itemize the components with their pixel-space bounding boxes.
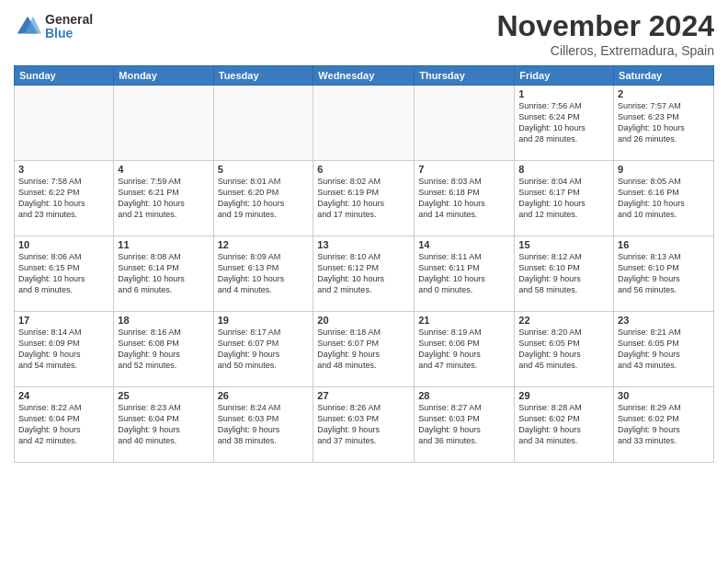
calendar-cell: 27Sunrise: 8:26 AM Sunset: 6:03 PM Dayli… — [313, 387, 415, 463]
month-title: November 2024 — [496, 9, 714, 43]
calendar-cell: 24Sunrise: 8:22 AM Sunset: 6:04 PM Dayli… — [15, 387, 114, 463]
day-info: Sunrise: 8:03 AM Sunset: 6:18 PM Dayligh… — [418, 176, 510, 221]
page: General Blue November 2024 Cilleros, Ext… — [0, 0, 728, 563]
day-info: Sunrise: 8:02 AM Sunset: 6:19 PM Dayligh… — [317, 176, 410, 221]
day-number: 24 — [18, 390, 109, 401]
day-number: 30 — [618, 390, 710, 401]
day-info: Sunrise: 8:14 AM Sunset: 6:09 PM Dayligh… — [18, 327, 109, 372]
header-wednesday: Wednesday — [313, 66, 415, 86]
day-info: Sunrise: 8:20 AM Sunset: 6:05 PM Dayligh… — [518, 327, 609, 372]
calendar-cell — [114, 86, 213, 161]
day-info: Sunrise: 8:09 AM Sunset: 6:13 PM Dayligh… — [218, 251, 310, 296]
day-info: Sunrise: 8:28 AM Sunset: 6:02 PM Dayligh… — [518, 402, 609, 447]
day-number: 23 — [618, 315, 710, 326]
day-number: 6 — [317, 164, 410, 175]
logo-icon — [14, 13, 41, 40]
calendar-cell: 22Sunrise: 8:20 AM Sunset: 6:05 PM Dayli… — [515, 312, 614, 387]
day-number: 27 — [317, 390, 410, 401]
day-info: Sunrise: 8:22 AM Sunset: 6:04 PM Dayligh… — [18, 402, 109, 447]
calendar-cell — [415, 86, 515, 161]
day-info: Sunrise: 8:27 AM Sunset: 6:03 PM Dayligh… — [418, 402, 510, 447]
calendar-cell: 12Sunrise: 8:09 AM Sunset: 6:13 PM Dayli… — [213, 236, 313, 312]
day-number: 18 — [118, 315, 209, 326]
calendar-cell: 3Sunrise: 7:58 AM Sunset: 6:22 PM Daylig… — [15, 161, 114, 236]
calendar-cell — [313, 86, 415, 161]
title-area: November 2024 Cilleros, Extremadura, Spa… — [496, 9, 714, 58]
calendar-cell: 28Sunrise: 8:27 AM Sunset: 6:03 PM Dayli… — [415, 387, 515, 463]
calendar-cell: 23Sunrise: 8:21 AM Sunset: 6:05 PM Dayli… — [614, 312, 714, 387]
location: Cilleros, Extremadura, Spain — [496, 43, 714, 58]
calendar-cell: 6Sunrise: 8:02 AM Sunset: 6:19 PM Daylig… — [313, 161, 415, 236]
day-info: Sunrise: 8:11 AM Sunset: 6:11 PM Dayligh… — [418, 251, 510, 296]
day-number: 28 — [418, 390, 510, 401]
day-number: 5 — [218, 164, 310, 175]
calendar-cell: 4Sunrise: 7:59 AM Sunset: 6:21 PM Daylig… — [114, 161, 213, 236]
logo-general: General — [45, 13, 93, 27]
day-number: 3 — [18, 164, 109, 175]
calendar-cell: 16Sunrise: 8:13 AM Sunset: 6:10 PM Dayli… — [614, 236, 714, 312]
day-number: 17 — [18, 315, 109, 326]
day-number: 12 — [218, 239, 310, 250]
day-info: Sunrise: 8:08 AM Sunset: 6:14 PM Dayligh… — [118, 251, 209, 296]
day-number: 15 — [518, 239, 609, 250]
calendar-cell: 29Sunrise: 8:28 AM Sunset: 6:02 PM Dayli… — [515, 387, 614, 463]
day-number: 22 — [518, 315, 609, 326]
day-number: 4 — [118, 164, 209, 175]
day-number: 11 — [118, 239, 209, 250]
header-tuesday: Tuesday — [213, 66, 313, 86]
header-friday: Friday — [515, 66, 614, 86]
calendar-cell: 10Sunrise: 8:06 AM Sunset: 6:15 PM Dayli… — [15, 236, 114, 312]
day-number: 13 — [317, 239, 410, 250]
day-number: 29 — [518, 390, 609, 401]
day-info: Sunrise: 8:04 AM Sunset: 6:17 PM Dayligh… — [518, 176, 609, 221]
header-monday: Monday — [114, 66, 213, 86]
day-info: Sunrise: 8:13 AM Sunset: 6:10 PM Dayligh… — [618, 251, 710, 296]
day-info: Sunrise: 8:01 AM Sunset: 6:20 PM Dayligh… — [218, 176, 310, 221]
day-number: 25 — [118, 390, 209, 401]
day-number: 16 — [618, 239, 710, 250]
day-info: Sunrise: 8:24 AM Sunset: 6:03 PM Dayligh… — [218, 402, 310, 447]
calendar-cell: 25Sunrise: 8:23 AM Sunset: 6:04 PM Dayli… — [114, 387, 213, 463]
calendar-cell: 5Sunrise: 8:01 AM Sunset: 6:20 PM Daylig… — [213, 161, 313, 236]
calendar-cell — [213, 86, 313, 161]
day-number: 10 — [18, 239, 109, 250]
day-number: 14 — [418, 239, 510, 250]
week-row-4: 17Sunrise: 8:14 AM Sunset: 6:09 PM Dayli… — [15, 312, 714, 387]
calendar-cell: 11Sunrise: 8:08 AM Sunset: 6:14 PM Dayli… — [114, 236, 213, 312]
week-row-5: 24Sunrise: 8:22 AM Sunset: 6:04 PM Dayli… — [15, 387, 714, 463]
day-info: Sunrise: 8:18 AM Sunset: 6:07 PM Dayligh… — [317, 327, 410, 372]
day-number: 1 — [518, 88, 609, 99]
day-info: Sunrise: 7:58 AM Sunset: 6:22 PM Dayligh… — [18, 176, 109, 221]
calendar-cell: 30Sunrise: 8:29 AM Sunset: 6:02 PM Dayli… — [614, 387, 714, 463]
day-info: Sunrise: 8:26 AM Sunset: 6:03 PM Dayligh… — [317, 402, 410, 447]
calendar-cell: 19Sunrise: 8:17 AM Sunset: 6:07 PM Dayli… — [213, 312, 313, 387]
day-info: Sunrise: 7:57 AM Sunset: 6:23 PM Dayligh… — [618, 100, 710, 145]
week-row-1: 1Sunrise: 7:56 AM Sunset: 6:24 PM Daylig… — [15, 86, 714, 161]
day-number: 19 — [218, 315, 310, 326]
calendar-cell: 9Sunrise: 8:05 AM Sunset: 6:16 PM Daylig… — [614, 161, 714, 236]
calendar: SundayMondayTuesdayWednesdayThursdayFrid… — [14, 65, 714, 463]
calendar-cell: 13Sunrise: 8:10 AM Sunset: 6:12 PM Dayli… — [313, 236, 415, 312]
calendar-cell — [15, 86, 114, 161]
day-info: Sunrise: 7:56 AM Sunset: 6:24 PM Dayligh… — [518, 100, 609, 145]
day-number: 26 — [218, 390, 310, 401]
calendar-cell: 1Sunrise: 7:56 AM Sunset: 6:24 PM Daylig… — [515, 86, 614, 161]
logo-blue: Blue — [45, 27, 93, 40]
calendar-cell: 14Sunrise: 8:11 AM Sunset: 6:11 PM Dayli… — [415, 236, 515, 312]
calendar-cell: 20Sunrise: 8:18 AM Sunset: 6:07 PM Dayli… — [313, 312, 415, 387]
header-saturday: Saturday — [614, 66, 714, 86]
week-row-2: 3Sunrise: 7:58 AM Sunset: 6:22 PM Daylig… — [15, 161, 714, 236]
calendar-cell: 15Sunrise: 8:12 AM Sunset: 6:10 PM Dayli… — [515, 236, 614, 312]
day-number: 7 — [418, 164, 510, 175]
day-number: 21 — [418, 315, 510, 326]
calendar-cell: 26Sunrise: 8:24 AM Sunset: 6:03 PM Dayli… — [213, 387, 313, 463]
day-number: 20 — [317, 315, 410, 326]
day-info: Sunrise: 8:21 AM Sunset: 6:05 PM Dayligh… — [618, 327, 710, 372]
day-info: Sunrise: 8:16 AM Sunset: 6:08 PM Dayligh… — [118, 327, 209, 372]
day-info: Sunrise: 8:05 AM Sunset: 6:16 PM Dayligh… — [618, 176, 710, 221]
day-info: Sunrise: 8:06 AM Sunset: 6:15 PM Dayligh… — [18, 251, 109, 296]
header-thursday: Thursday — [415, 66, 515, 86]
calendar-cell: 7Sunrise: 8:03 AM Sunset: 6:18 PM Daylig… — [415, 161, 515, 236]
calendar-cell: 21Sunrise: 8:19 AM Sunset: 6:06 PM Dayli… — [415, 312, 515, 387]
calendar-cell: 17Sunrise: 8:14 AM Sunset: 6:09 PM Dayli… — [15, 312, 114, 387]
